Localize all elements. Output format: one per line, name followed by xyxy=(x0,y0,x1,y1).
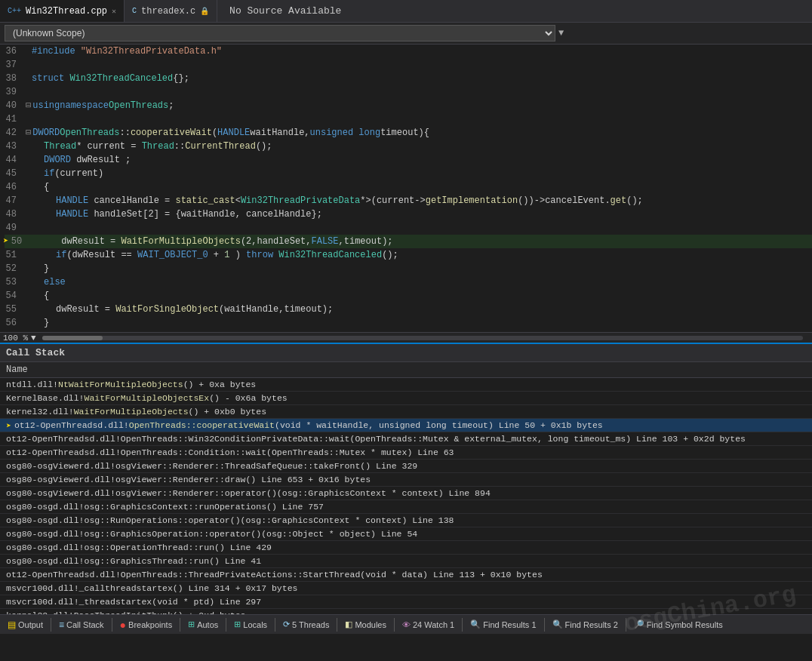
callstack-row-13[interactable]: osg80-osgd.dll!osg::GraphicsThread::run(… xyxy=(0,555,812,568)
code-line-54: 54 { xyxy=(5,289,812,303)
scroll-thumb[interactable] xyxy=(42,336,103,340)
separator-8 xyxy=(462,618,463,632)
code-line-52: 52 } xyxy=(5,262,812,275)
threads-icon: ⟳ xyxy=(283,619,290,629)
separator-10 xyxy=(626,618,626,632)
editor: 36 #include "Win32ThreadPrivateData.h" 3… xyxy=(0,45,812,343)
find2-icon: 🔍 xyxy=(552,619,563,629)
code-line-45: 45 if(current) xyxy=(5,167,812,180)
output-button[interactable]: ▤ Output xyxy=(3,616,48,633)
callstack-row-8[interactable]: osg80-osgViewerd.dll!osgViewer::Renderer… xyxy=(0,487,812,500)
callstack-row-3[interactable]: ➤ ot12-OpenThreadsd.dll!OpenThreads::coo… xyxy=(0,419,812,432)
callstack-row-15[interactable]: msvcr100d.dll!_callthreadstartex() Line … xyxy=(0,582,812,595)
callstack-row-7[interactable]: osg80-osgViewerd.dll!osgViewer::Renderer… xyxy=(0,473,812,487)
tab-threadex-label: threadex.c xyxy=(141,6,195,17)
tab-win32thread[interactable]: C++ Win32Thread.cpp ✕ xyxy=(0,0,125,22)
callstack-row-4[interactable]: ot12-OpenThreadsd.dll!OpenThreads::Win32… xyxy=(0,432,812,446)
close-icon[interactable]: ✕ xyxy=(112,7,116,16)
callstack-row-11[interactable]: osg80-osgd.dll!osg::GraphicsOperation::o… xyxy=(0,527,812,541)
threads-button[interactable]: ⟳ 5 Threads xyxy=(278,616,334,633)
zoom-indicator: 100 % ▼ xyxy=(3,334,36,343)
code-line-51: 51 if(dwResult == WAIT_OBJECT_0 + 1 ) th… xyxy=(5,248,812,262)
callstack-row-14[interactable]: ot12-OpenThreadsd.dll!OpenThreads::Threa… xyxy=(0,568,812,582)
code-line-44: 44 DWORD dwResult ; xyxy=(5,153,812,167)
cpp-icon: C++ xyxy=(8,7,21,15)
callstack-column-header: Name xyxy=(0,362,812,378)
code-line-41: 41 xyxy=(5,112,812,126)
code-area: 36 #include "Win32ThreadPrivateData.h" 3… xyxy=(0,45,812,332)
callstack-row-12[interactable]: osg80-osgd.dll!osg::OperationThread::run… xyxy=(0,541,812,555)
locals-icon: ⊞ xyxy=(234,619,241,629)
callstack-panel-header: Call Stack xyxy=(0,344,812,362)
code-line-40: 40 ⊟ using namespace OpenThreads; xyxy=(5,99,812,112)
callstack-row-0[interactable]: ntdll.dll!NtWaitForMultipleObjects() + 0… xyxy=(0,378,812,392)
code-line-37: 37 xyxy=(5,58,812,72)
modules-icon: ◧ xyxy=(345,619,352,629)
callstack-row-6[interactable]: osg80-osgViewerd.dll!osgViewer::Renderer… xyxy=(0,460,812,473)
current-frame-arrow: ➤ xyxy=(6,420,11,431)
autos-button[interactable]: ⊞ Autos xyxy=(183,616,223,633)
scope-dropdown[interactable]: (Unknown Scope) xyxy=(5,25,555,42)
find-results-1-button[interactable]: 🔍 Find Results 1 xyxy=(466,616,540,633)
find-results-2-button[interactable]: 🔍 Find Results 2 xyxy=(548,616,623,633)
tab-nosource-label: No Source Available xyxy=(229,5,341,17)
callstack-row-1[interactable]: KernelBase.dll!WaitForMultipleObjectsEx(… xyxy=(0,392,812,405)
callstack-row-5[interactable]: ot12-OpenThreadsd.dll!OpenThreads::Condi… xyxy=(0,446,812,460)
editor-scrollbar[interactable]: 100 % ▼ xyxy=(0,332,812,343)
code-line-36: 36 #include "Win32ThreadPrivateData.h" xyxy=(5,45,812,58)
code-line-39: 39 xyxy=(5,85,812,99)
code-line-56: 56 } xyxy=(5,316,812,330)
code-content[interactable]: 36 #include "Win32ThreadPrivateData.h" 3… xyxy=(0,45,812,332)
horizontal-scrollbar[interactable] xyxy=(42,336,803,340)
scope-bar: (Unknown Scope) ▼ xyxy=(0,23,812,45)
breakpoints-button[interactable]: ● Breakpoints xyxy=(115,616,177,633)
output-icon: ▤ xyxy=(8,619,16,630)
separator-2 xyxy=(112,618,112,632)
separator-1 xyxy=(51,618,51,632)
separator-7 xyxy=(394,618,395,632)
callstack-title: Call Stack xyxy=(6,347,65,358)
code-line-47: 47 HANDLE cancelHandle = static_cast<Win… xyxy=(5,194,812,208)
callstack-row-17[interactable]: kernel32.dll!BaseThreadInitThunk() + 0xd… xyxy=(0,609,812,614)
callstack-row-10[interactable]: osg80-osgd.dll!osg::RunOperations::opera… xyxy=(0,514,812,527)
code-line-57: 57 | xyxy=(5,330,812,332)
find-icon: 🔍 xyxy=(470,619,481,629)
tab-bar: C++ Win32Thread.cpp ✕ C threadex.c 🔒 No … xyxy=(0,0,812,23)
callstack-row-16[interactable]: msvcr100d.dll!_threadstartex(void * ptd)… xyxy=(0,595,812,609)
tab-threadex[interactable]: C threadex.c 🔒 xyxy=(125,0,217,22)
code-line-38: 38 struct Win32ThreadCanceled{}; xyxy=(5,72,812,85)
code-line-55: 55 dwResult = WaitForSingleObject(waitHa… xyxy=(5,303,812,316)
code-line-49: 49 xyxy=(5,221,812,235)
code-line-53: 53 else xyxy=(5,275,812,289)
separator-6 xyxy=(337,618,337,632)
callstack-row-2[interactable]: kernel32.dll!WaitForMultipleObjects() + … xyxy=(0,405,812,419)
code-line-50: ➤ 50 dwResult = WaitForMultipleObjects(2… xyxy=(5,235,812,248)
callstack-button[interactable]: ≡ Call Stack xyxy=(54,616,109,633)
find-symbol-button[interactable]: 🔎 Find Symbol Results xyxy=(629,616,727,633)
findsymbol-icon: 🔎 xyxy=(634,619,644,629)
zoom-dropdown-icon[interactable]: ▼ xyxy=(31,334,36,343)
callstack-table: Name ntdll.dll!NtWaitForMultipleObjects(… xyxy=(0,362,812,614)
locals-button[interactable]: ⊞ Locals xyxy=(229,616,272,633)
callstack-row-9[interactable]: osg80-osgd.dll!osg::GraphicsContext::run… xyxy=(0,500,812,514)
code-line-46: 46 { xyxy=(5,180,812,194)
tab-nosource[interactable]: No Source Available xyxy=(217,0,353,22)
code-line-48: 48 HANDLE handleSet[2] = {waitHandle, ca… xyxy=(5,208,812,221)
callstack-panel: Call Stack Name ntdll.dll!NtWaitForMulti… xyxy=(0,343,812,614)
separator-5 xyxy=(275,618,275,632)
separator-3 xyxy=(180,618,180,632)
modules-button[interactable]: ◧ Modules xyxy=(340,616,391,633)
tab-win32thread-label: Win32Thread.cpp xyxy=(26,6,107,17)
lock-icon: 🔒 xyxy=(200,7,209,16)
bottom-toolbar: ▤ Output ≡ Call Stack ● Breakpoints ⊞ Au… xyxy=(0,614,812,634)
execution-arrow: ➤ xyxy=(3,235,8,248)
breakpoints-icon: ● xyxy=(120,619,126,631)
zoom-level: 100 % xyxy=(3,334,28,343)
watch-button[interactable]: 👁 24 Watch 1 xyxy=(398,616,459,633)
autos-icon: ⊞ xyxy=(188,619,195,629)
c-icon: C xyxy=(132,7,137,15)
watch-icon: 👁 xyxy=(402,620,411,629)
code-line-43: 43 Thread* current = Thread::CurrentThre… xyxy=(5,140,812,153)
separator-4 xyxy=(226,618,226,632)
dropdown-arrow: ▼ xyxy=(558,28,564,38)
